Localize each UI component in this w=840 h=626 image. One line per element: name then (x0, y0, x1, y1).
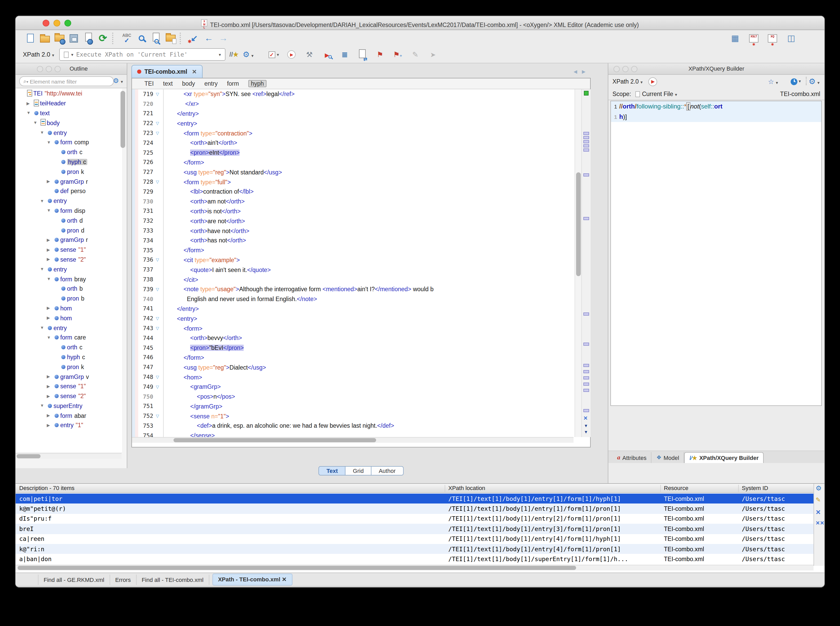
occurrence-marker[interactable] (583, 217, 589, 220)
select-arrow-disabled-icon[interactable]: ➤ (426, 48, 440, 61)
outline-item-hyph[interactable]: hyphc (16, 352, 122, 362)
pin-blue-icon[interactable]: ⚑+ (390, 48, 405, 61)
code-line-737[interactable]: 737 <quote>I ain't seen it.</quote> (132, 265, 575, 275)
outline-item-TEI[interactable]: TEI"http://www.tei (16, 89, 122, 99)
outline-item-pron[interactable]: pronb (16, 294, 122, 304)
expander-icon[interactable]: ▶ (47, 316, 52, 320)
code-line-736[interactable]: 736▽ <cit type="example"> (132, 255, 575, 265)
fold-marker-icon[interactable]: ▽ (156, 316, 163, 321)
fold-marker-icon[interactable]: ▽ (156, 180, 163, 184)
code-line-720[interactable]: 720 </xr> (132, 99, 575, 109)
column-xpath-location[interactable]: XPath location (445, 485, 660, 492)
breadcrumb-item-TEI[interactable]: TEI (144, 80, 154, 87)
outline-item-teiHeader[interactable]: ▶teiHeader (16, 99, 122, 108)
expander-icon[interactable]: ▶ (47, 374, 52, 379)
outline-item-body[interactable]: ▼body (16, 118, 122, 128)
save-icon[interactable] (66, 31, 81, 45)
occurrence-marker[interactable] (583, 313, 589, 316)
execute-xpath-button[interactable]: ▶ (648, 77, 658, 86)
result-row[interactable]: breI/TEI[1]/text[1]/body[1]/entry[3]/for… (16, 524, 813, 534)
occurrence-marker[interactable] (583, 376, 589, 379)
builder-tab-attributes[interactable]: aAttributes (612, 452, 652, 463)
next-marker-icon[interactable]: ▼ (584, 424, 588, 428)
outline-header[interactable]: Outline (16, 63, 127, 75)
code-line-733[interactable]: 733 <orth>have not</orth> (132, 226, 575, 236)
outline-item-orth[interactable]: orthb (16, 284, 122, 294)
expander-icon[interactable]: ▶ (47, 257, 52, 262)
code-line-719[interactable]: 719▽ <xr type="syn">SYN. see <ref>legal<… (132, 89, 575, 99)
outline-item-gramGrp[interactable]: ▶gramGrpv (16, 372, 122, 382)
transform-document-icon[interactable]: ⇄ (355, 48, 370, 61)
builder-header[interactable]: XPath/XQuery Builder (608, 63, 824, 75)
occurrence-marker[interactable] (583, 149, 589, 152)
code-line-749[interactable]: 749▽ <gramGrp> (132, 382, 575, 392)
expander-icon[interactable]: ▶ (47, 384, 52, 389)
occurrence-marker[interactable] (583, 409, 589, 412)
expander-icon[interactable]: ▶ (47, 179, 52, 184)
panel-dot-icon[interactable] (37, 66, 43, 72)
occurrence-marker[interactable] (583, 132, 589, 135)
panel-dot-icon[interactable] (46, 66, 52, 72)
results-horizontal-scrollbar[interactable] (18, 566, 576, 570)
new-document-icon[interactable] (23, 31, 38, 45)
open-url-icon[interactable] (52, 31, 66, 45)
code-line-746[interactable]: 746 </form> (132, 353, 575, 363)
fold-marker-icon[interactable]: ▽ (156, 92, 163, 97)
outline-item-sense[interactable]: ▶sense"1" (16, 245, 122, 255)
breadcrumb-item-hyph[interactable]: hyph (248, 80, 267, 87)
result-row[interactable]: k@"ri:n/TEI[1]/text[1]/body[1]/entry[4]/… (16, 544, 813, 554)
breadcrumb-item-text[interactable]: text (163, 80, 173, 87)
outline-settings-gear-icon[interactable]: ⚙▼ (113, 77, 124, 85)
expander-icon[interactable]: ▼ (33, 121, 39, 125)
code-line-724[interactable]: 724 <orth>ain't</orth> (132, 138, 575, 148)
occurrence-marker[interactable] (583, 364, 589, 367)
occurrence-marker[interactable] (583, 389, 589, 392)
outline-horizontal-scrollbar[interactable] (17, 454, 41, 459)
fold-marker-icon[interactable]: ▽ (156, 375, 163, 379)
remove-all-results-icon[interactable]: ✕✕ (816, 520, 824, 526)
fold-marker-icon[interactable]: ▽ (156, 385, 163, 389)
outline-item-entry[interactable]: ▶entry"1" (16, 421, 122, 430)
expression-row-2[interactable]: 1h)] (611, 112, 821, 122)
code-line-721[interactable]: 721 </entry> (132, 109, 575, 119)
result-row[interactable]: com|peti|tor/TEI[1]/text[1]/body[1]/entr… (16, 494, 813, 504)
xpath-history-icon[interactable]: //★ (229, 51, 239, 58)
expander-icon[interactable]: ▶ (47, 413, 52, 418)
builder-tab-model[interactable]: ❖Model (652, 452, 685, 463)
forward-icon[interactable]: → (216, 31, 231, 45)
view-tab-xpath-tei-combo-xml[interactable]: XPath - TEI-combo.xml ✕ (212, 574, 292, 585)
occurrence-marker[interactable] (583, 343, 589, 346)
expander-icon[interactable]: ▶ (27, 101, 32, 106)
outline-item-def[interactable]: defperso (16, 186, 122, 196)
outline-item-hom[interactable]: ▶hom (16, 304, 122, 313)
xpath-expression-editor[interactable]: 1//orth/following-sibling::*[not(self::o… (611, 101, 822, 406)
view-tab-find-all-ge-rkmd-xml[interactable]: Find all - GE.RKMD.xml (38, 574, 110, 585)
fold-marker-icon[interactable]: ▽ (156, 131, 163, 136)
spell-check-icon[interactable]: ABC✓ (119, 31, 134, 45)
column-system-id[interactable]: System ID (738, 485, 801, 492)
code-line-750[interactable]: 750 <pos>n</pos> (132, 392, 575, 402)
code-line-744[interactable]: 744 <orth>bevvy</orth> (132, 333, 575, 343)
occurrence-marker[interactable] (583, 370, 589, 373)
view-tab-errors[interactable]: Errors (110, 574, 137, 585)
xpath-expression-combo[interactable]: ▼ Execute XPath on 'Current File' ▼ (59, 48, 225, 61)
outline-item-superEntry[interactable]: ▼superEntry (16, 401, 122, 411)
fold-marker-icon[interactable]: ▽ (156, 258, 163, 262)
close-tab-icon[interactable]: ✕ (192, 68, 196, 75)
outline-item-sense[interactable]: ▶sense"2" (16, 255, 122, 264)
builder-tab-xpath-xquery-builder[interactable]: /∕★XPath/XQuery Builder (685, 452, 764, 463)
tab-scroll-right-icon[interactable]: ▶ (582, 69, 586, 74)
scope-dropdown[interactable]: Current File▼ (642, 91, 678, 97)
outline-item-entry[interactable]: ▼entry (16, 323, 122, 333)
pin-red-icon[interactable]: ⚑ (373, 48, 387, 61)
code-line-727[interactable]: 727 <usg type="reg">Not standard</usg> (132, 167, 575, 177)
find-in-files-icon[interactable] (149, 31, 163, 45)
code-line-731[interactable]: 731 <orth>is not</orth> (132, 207, 575, 216)
run-icon[interactable]: ▶ (284, 48, 299, 61)
highlight-result-icon[interactable]: ✎ (816, 496, 821, 504)
fold-marker-icon[interactable]: ▽ (156, 414, 163, 418)
code-line-752[interactable]: 752▽ <sense n="1"> (132, 412, 575, 421)
mode-grid[interactable]: Grid (346, 466, 372, 476)
occurrence-marker[interactable] (583, 383, 589, 386)
debug-xquery-icon[interactable]: XQ✱ (765, 31, 780, 45)
